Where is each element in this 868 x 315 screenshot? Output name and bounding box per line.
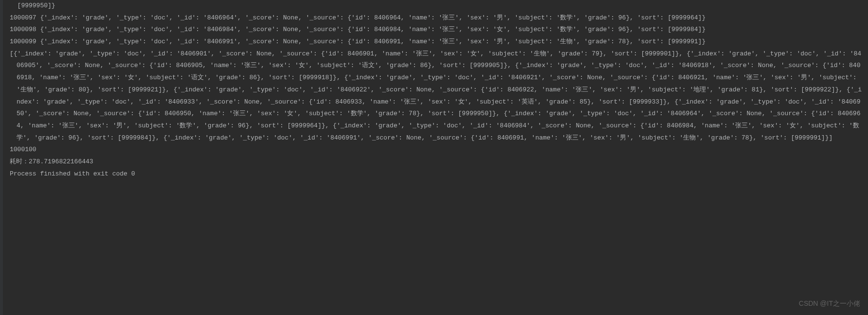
console-line: 1000097 {'_index': 'grade', '_type': 'do… bbox=[10, 12, 864, 24]
console-output[interactable]: [9999950]} 1000097 {'_index': 'grade', '… bbox=[0, 0, 868, 184]
console-line: [{'_index': 'grade', '_type': 'doc', '_i… bbox=[10, 48, 864, 144]
console-line: 1000099 {'_index': 'grade', '_type': 'do… bbox=[10, 36, 864, 48]
editor-gutter bbox=[0, 0, 3, 315]
watermark-text: CSDN @IT之一小佬 bbox=[799, 297, 860, 310]
console-line: 耗时：278.7196822166443 bbox=[10, 156, 864, 168]
console-line: 1000098 {'_index': 'grade', '_type': 'do… bbox=[10, 24, 864, 36]
console-line: Process finished with exit code 0 bbox=[10, 168, 864, 180]
console-line: [9999950]} bbox=[10, 0, 864, 12]
console-line: 1000100 bbox=[10, 144, 864, 156]
